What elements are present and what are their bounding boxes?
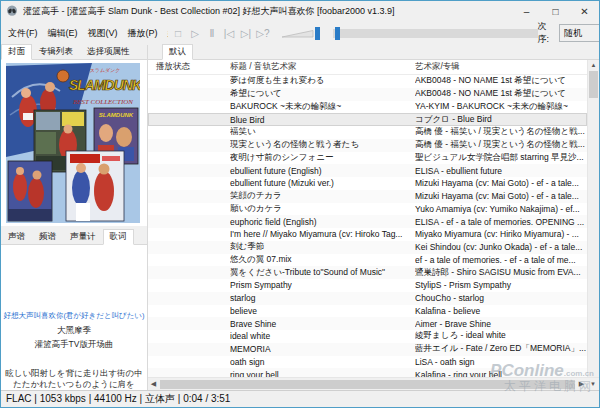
playlist-rows: 夢は何度も生まれ変わるAKB0048 - NO NAME 1st 希望について希… xyxy=(148,75,587,377)
tab-cover[interactable]: 封面 xyxy=(1,44,32,60)
stop-icon[interactable]: □ xyxy=(170,28,187,39)
status-bar-text: FLAC | 1053 kbps | 44100 Hz | 立体声 | 0:04… xyxy=(6,392,230,406)
playlist-tabstrip: 默认 xyxy=(148,45,599,60)
cell-title: believe xyxy=(230,306,415,316)
lyrics-panel: 好想大声叫喜欢你(君が好きだと叫びたい) 大黑摩季 灌篮高手TV版开场曲 眩しい… xyxy=(1,245,147,390)
cell-title: 願いのカケラ xyxy=(230,203,415,215)
svg-text:スラムダンク: スラムダンク xyxy=(90,67,121,73)
playlist-row[interactable]: ring your bellKalafina - ring your bell xyxy=(148,368,587,377)
playlist-row[interactable]: ideal white綾野ましろ - ideal white xyxy=(148,330,587,343)
pause-icon[interactable]: Ⅱ xyxy=(204,28,221,39)
lyrics-note: 灌篮高手TV版开场曲 xyxy=(1,339,147,351)
left-pane: 封面 专辑列表 选择项属性 スラムダンク SLAMDUNK xyxy=(1,45,148,390)
playlist-row[interactable]: oath signLiSA - oath sign xyxy=(148,356,587,369)
column-header-play-status[interactable]: 播放状态 xyxy=(148,61,230,73)
tab-album-list[interactable]: 专辑列表 xyxy=(32,44,80,59)
album-art-image: スラムダンク SLAMDUNK BEST COLLECTION xyxy=(6,63,140,223)
tab-spectrum[interactable]: 频谱 xyxy=(32,229,63,244)
svg-text:BEST COLLECTION: BEST COLLECTION xyxy=(73,98,133,106)
playlist-tab-default[interactable]: 默认 xyxy=(162,44,193,60)
playlist-row[interactable]: 現実という名の怪物と戦う者たち高橋 優 - 福笑い / 現実という名の怪物と戦.… xyxy=(148,139,587,152)
close-button[interactable]: ✕ xyxy=(570,1,599,21)
scroll-left-icon[interactable]: ◀ xyxy=(148,380,159,388)
playlist-row[interactable]: MEMORIA藍井エイル - Fate / Zero ED「MEMORIA」..… xyxy=(148,343,587,356)
seek-handle[interactable] xyxy=(335,27,340,40)
playlist-row[interactable]: starlogChouCho - starlog xyxy=(148,292,587,305)
next-track-icon[interactable]: ▷| xyxy=(238,28,255,39)
cell-title: 現実という名の怪物と戦う者たち xyxy=(230,139,415,151)
playlist-row[interactable]: 夢は何度も生まれ変わるAKB0048 - NO NAME 1st 希望について xyxy=(148,75,587,88)
cell-title: ring your bell xyxy=(230,370,415,377)
playlist-row[interactable]: Brave ShineAimer - Brave Shine xyxy=(148,317,587,330)
cell-artist-album: ELISA - ef - a tale of memories. OPENING… xyxy=(415,217,587,227)
play-icon[interactable]: ▷ xyxy=(187,28,204,39)
playlist-pane: 默认 播放状态 标题 / 音轨艺术家 艺术家/专辑 夢は何度も生まれ変わるAKB… xyxy=(148,45,599,390)
menu-playback[interactable]: 播放(P) xyxy=(123,27,163,40)
cell-title: 悠久の翼 07.mix xyxy=(230,254,415,266)
scroll-right-icon[interactable]: ▶ xyxy=(576,380,587,388)
cell-artist-album: 綾野ましろ - ideal white xyxy=(415,330,587,342)
volume-handle[interactable] xyxy=(315,27,320,40)
cell-artist-album: 高橋 優 - 福笑い / 現実という名の怪物と戦... xyxy=(415,139,587,151)
menu-library-clipped[interactable]: 媒 xyxy=(163,27,168,40)
playlist-row[interactable]: ebullient future (English)ELISA - ebulli… xyxy=(148,164,587,177)
playlist-row[interactable]: 夜明け寸前のシンフォニー聖ビジュアル女学院合唱部 starring 早見沙... xyxy=(148,152,587,165)
playlist-header: 播放状态 标题 / 音轨艺术家 艺术家/专辑 xyxy=(148,60,587,75)
cell-artist-album: Mizuki Hayama (cv: Mai Goto) - ef - a ta… xyxy=(415,178,587,188)
playlist-row[interactable]: BAKUROCK ~未来の輪郭線~YA-KYIM - BAKUROCK ~未来の… xyxy=(148,101,587,114)
playlist-row[interactable]: 悠久の翼 07.mixef - a tale of memories. - ef… xyxy=(148,254,587,267)
status-bar: FLAC | 1053 kbps | 44100 Hz | 立体声 | 0:04… xyxy=(1,390,599,407)
menu-edit[interactable]: 编辑(E) xyxy=(43,27,83,40)
playlist-row[interactable]: ebullient future (Mizuki ver.)Mizuki Hay… xyxy=(148,177,587,190)
playlist-row[interactable]: 希望についてAKB0048 - NO NAME 1st 希望について xyxy=(148,88,587,101)
random-track-icon[interactable]: ▷? xyxy=(255,28,272,39)
playlist-row[interactable]: 笑顔のチカラMizuki Hayama (cv: Mai Goto) - ef … xyxy=(148,190,587,203)
lyrics-line: 眩しい阳射しを背に走り出す街の中 xyxy=(1,368,147,379)
cell-artist-album: AKB0048 - NO NAME 1st 希望について xyxy=(415,88,587,100)
cell-artist-album: Aimer - Brave Shine xyxy=(415,319,587,329)
playlist-row[interactable]: 福笑い高橋 優 - 福笑い / 現実という名の怪物と戦... xyxy=(148,126,587,139)
playlist-row[interactable]: I'm here // Miyako Miyamura (cv: Hiroko … xyxy=(148,228,587,241)
playback-order: 次序: 随机 ˅ xyxy=(538,20,600,46)
order-dropdown[interactable]: 随机 ˅ xyxy=(559,24,600,42)
volume-wedge-icon xyxy=(281,26,315,40)
tab-lyrics[interactable]: 歌词 xyxy=(103,229,134,245)
maximize-button[interactable]: □ xyxy=(541,1,570,21)
cell-title: ebullient future (Mizuki ver.) xyxy=(230,178,415,188)
menu-toolbar: 文件(F) 编辑(E) 视图(V) 播放(P) 媒 □ ▷ Ⅱ |◁ ▷| ▷?… xyxy=(1,21,599,45)
horizontal-scrollbar-thumb[interactable] xyxy=(160,380,575,389)
playlist-row[interactable]: 刻む季節Kei Shindou (cv: Junko Okada) - ef -… xyxy=(148,241,587,254)
column-header-title-artist[interactable]: 标题 / 音轨艺术家 xyxy=(230,61,415,73)
tab-selection-properties[interactable]: 选择项属性 xyxy=(80,44,137,59)
tab-spectrogram[interactable]: 声谱 xyxy=(1,229,32,244)
playlist-row[interactable]: 願いのカケラYuko Amamiya (cv: Yumiko Nakajima)… xyxy=(148,203,587,216)
cell-artist-album: ELISA - ebullient future xyxy=(415,166,587,176)
playlist-row[interactable]: 翼をください-Tribute to"Sound of Music"鷺巣詩郎 - … xyxy=(148,266,587,279)
scroll-up-icon[interactable]: ▲ xyxy=(591,60,597,70)
playlist-row[interactable]: believeKalafina - believe xyxy=(148,305,587,318)
cell-title: 希望について xyxy=(230,88,415,100)
cell-title: 夢は何度も生まれ変わる xyxy=(230,75,415,87)
scroll-down-icon[interactable]: ▼ xyxy=(587,381,599,387)
menu-view[interactable]: 视图(V) xyxy=(83,27,123,40)
playlist-row[interactable]: Prism SympathyStylipS - Prism Sympathy xyxy=(148,279,587,292)
horizontal-scrollbar[interactable]: ◀ ▶ ▼ xyxy=(148,377,599,390)
foobar2000-window: 灌篮高手 - [灌篮高手 Slam Dunk - Best Collection… xyxy=(0,0,600,408)
menu-file[interactable]: 文件(F) xyxy=(3,27,43,40)
order-value: 随机 xyxy=(564,27,582,40)
previous-track-icon[interactable]: |◁ xyxy=(221,28,238,39)
playlist-row[interactable]: euphoric field (English)ELISA - ef - a t… xyxy=(148,215,587,228)
cell-title: 笑顔のチカラ xyxy=(230,190,415,202)
cell-artist-album: Yuko Amamiya (cv: Yumiko Nakajima) - ef.… xyxy=(415,204,587,214)
minimize-button[interactable]: – xyxy=(512,1,541,21)
seek-bar[interactable] xyxy=(333,29,538,38)
tab-vu-meter[interactable]: 声量计 xyxy=(63,229,103,244)
vertical-scrollbar[interactable]: ▲ xyxy=(587,60,599,377)
title-bar: 灌篮高手 - [灌篮高手 Slam Dunk - Best Collection… xyxy=(1,1,599,21)
playlist-row[interactable]: Blue Birdコブクロ - Blue Bird xyxy=(148,113,587,126)
volume-slider[interactable] xyxy=(281,26,320,40)
cell-title: oath sign xyxy=(230,357,415,367)
vertical-scrollbar-thumb[interactable] xyxy=(589,71,598,98)
cell-artist-album: 鷺巣詩郎 - Shiro SAGISU Music from EVA... xyxy=(415,267,587,279)
column-header-artist-album[interactable]: 艺术家/专辑 xyxy=(415,61,587,73)
